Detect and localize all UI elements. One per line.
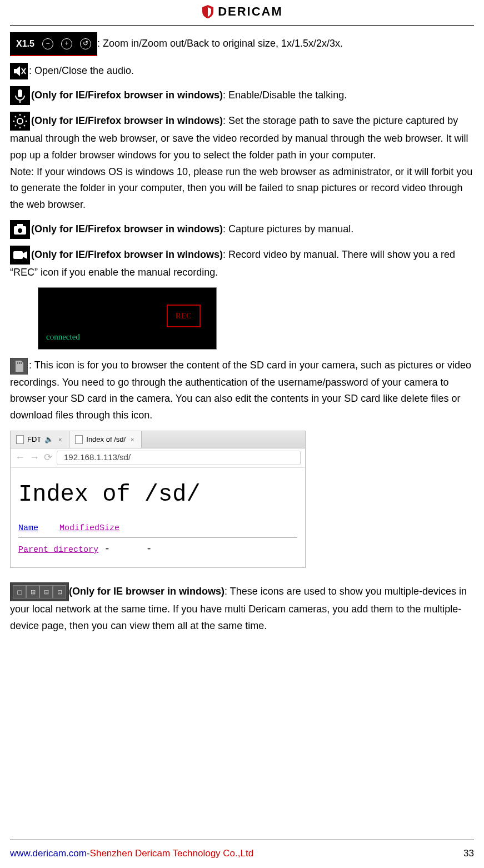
footer-site: www.dericam.com (10, 848, 87, 859)
footer-left: www.dericam.com-Shenzhen Dericam Technol… (10, 848, 253, 859)
multi-row: ▢ ⊞ ⊟ ⊡ (Only for IE browser in windows)… (10, 582, 474, 634)
path-note: Note: If your windows OS is windows 10, … (10, 164, 474, 213)
talk-desc: : Enable/Disable the talking. (223, 89, 347, 101)
svg-rect-6 (17, 224, 23, 227)
shield-icon (201, 4, 214, 19)
talk-qualifier: (Only for IE/Firefox browser in windows) (31, 89, 223, 101)
brand-logo: DERICAM (201, 4, 283, 19)
zoom-row: X1.5 − + ↺ : Zoom in/Zoom out/Back to or… (10, 32, 474, 56)
page-content: X1.5 − + ↺ : Zoom in/Zoom out/Back to or… (10, 32, 474, 635)
tab1-title: FDT (27, 433, 41, 445)
svg-rect-10 (19, 362, 20, 364)
index-divider (18, 537, 297, 537)
header-divider (10, 25, 474, 26)
forward-icon: → (29, 450, 39, 466)
settings-icon (10, 112, 30, 131)
zoom-reset-icon: ↺ (80, 38, 91, 49)
record-screenshot: connected REC (38, 287, 217, 350)
svg-rect-2 (18, 89, 22, 97)
capture-desc: : Capture pictures by manual. (223, 223, 353, 234)
index-heading: Index of /sd/ (18, 476, 297, 514)
row-modified: - (104, 543, 111, 555)
grid-4-icon: ⊞ (26, 585, 39, 598)
capture-row: (Only for IE/Firefox browser in windows)… (10, 220, 474, 239)
back-icon: ← (15, 450, 25, 466)
sd-card-icon (10, 358, 28, 375)
browser-tab-2: Index of /sd/ × (69, 431, 142, 448)
brand-text: DERICAM (218, 4, 283, 19)
zoom-toolbar: X1.5 − + ↺ (10, 32, 97, 56)
page-number: 33 (463, 848, 474, 859)
index-row: Parent directory - - (18, 541, 297, 558)
close-icon: × (129, 436, 136, 443)
speaker-icon: 🔈 (44, 433, 53, 445)
grid-16-icon: ⊡ (53, 585, 66, 598)
svg-rect-9 (17, 362, 18, 364)
browser-tabs: FDT 🔈 × Index of /sd/ × (11, 431, 305, 448)
video-camera-icon (10, 246, 30, 265)
audio-row: : Open/Close the audio. (10, 63, 474, 79)
zoom-out-icon: − (42, 38, 53, 49)
document-icon (16, 435, 24, 444)
svg-rect-11 (21, 362, 22, 364)
zoom-desc: : Zoom in/Zoom out/Back to original size… (97, 38, 343, 49)
zoom-in-icon: + (61, 38, 72, 49)
path-row: (Only for IE/Firefox browser in windows)… (10, 112, 474, 213)
browser-screenshot: FDT 🔈 × Index of /sd/ × ← → ⟳ 192.168.1.… (10, 431, 306, 568)
multi-view-icons: ▢ ⊞ ⊟ ⊡ (10, 582, 69, 601)
reload-icon: ⟳ (44, 450, 52, 466)
page-header: DERICAM (10, 0, 474, 25)
footer-divider (10, 840, 474, 840)
col-name: Name (18, 522, 38, 536)
multi-qualifier: (Only for IE browser in windows) (69, 586, 224, 597)
col-size: Size (99, 523, 119, 533)
page-footer: www.dericam.com-Shenzhen Dericam Technol… (10, 848, 474, 859)
talk-row: (Only for IE/Firefox browser in windows)… (10, 86, 474, 105)
zoom-label: X1.5 (16, 37, 34, 51)
rec-indicator: REC (167, 305, 201, 327)
address-bar: ← → ⟳ 192.168.1.113/sd/ (11, 448, 305, 468)
parent-directory-link: Parent directory (18, 545, 98, 555)
index-columns: Name ModifiedSize (18, 522, 297, 536)
close-icon: × (57, 436, 63, 443)
row-size: - (146, 543, 152, 555)
footer-company: Shenzhen Dericam Technology Co.,Ltd (90, 848, 254, 859)
url-text: 192.168.1.113/sd/ (64, 451, 131, 465)
microphone-icon (10, 86, 30, 105)
record-row: (Only for IE/Firefox browser in windows)… (10, 246, 474, 281)
grid-9-icon: ⊟ (39, 585, 53, 598)
camera-icon (10, 220, 30, 239)
svg-point-4 (17, 118, 23, 124)
svg-point-7 (18, 228, 22, 233)
record-qualifier: (Only for IE/Firefox browser in windows) (31, 248, 223, 260)
index-body: Index of /sd/ Name ModifiedSize Parent d… (11, 468, 305, 568)
document-icon (75, 435, 83, 444)
connected-label: connected (46, 330, 80, 344)
capture-qualifier: (Only for IE/Firefox browser in windows) (31, 223, 223, 234)
audio-desc: : Open/Close the audio. (29, 65, 134, 76)
path-qualifier: (Only for IE/Firefox browser in windows) (31, 115, 223, 126)
sd-desc: : This icon is for you to browser the co… (10, 360, 471, 421)
browser-tab-1: FDT 🔈 × (11, 431, 69, 448)
svg-rect-8 (13, 251, 23, 259)
col-modified: Modified (59, 523, 99, 533)
speaker-mute-icon (10, 63, 28, 79)
tab2-title: Index of /sd/ (86, 433, 126, 445)
grid-1-icon: ▢ (13, 585, 26, 598)
sd-row: : This icon is for you to browser the co… (10, 357, 474, 423)
url-field: 192.168.1.113/sd/ (57, 451, 301, 465)
